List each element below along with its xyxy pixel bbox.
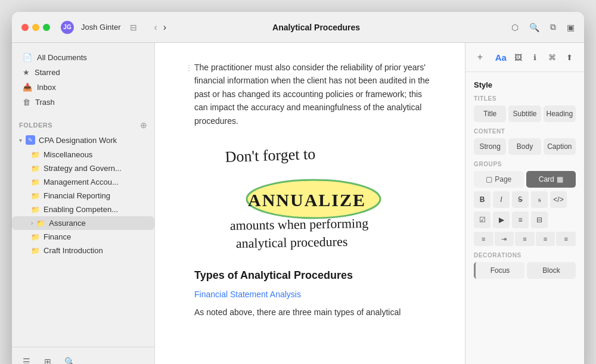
groups-label: GROUPS bbox=[474, 161, 576, 167]
underline-button[interactable]: ᵴ bbox=[531, 191, 548, 208]
folder-icon: 📁 bbox=[31, 233, 40, 241]
align-left-button[interactable]: ≡ bbox=[474, 232, 493, 246]
document-area[interactable]: ⋮⋮ The practitioner must also consider t… bbox=[155, 43, 465, 364]
inbox-icon: 📥 bbox=[23, 83, 32, 92]
app-window: JG Josh Ginter ⊟ ‹ › Analytical Procedur… bbox=[12, 12, 584, 364]
share-tool[interactable]: ⬆ bbox=[562, 49, 577, 66]
toolbar-right: ⬡ 🔍 ⧉ ▣ bbox=[511, 22, 575, 32]
command-tool[interactable]: ⌘ bbox=[545, 49, 560, 66]
section-heading: Types of Analytical Procedures bbox=[194, 269, 435, 282]
decorations-row: Focus Block bbox=[474, 262, 576, 279]
grid-view-button[interactable]: ⊞ bbox=[38, 352, 57, 364]
card-icon: ▦ bbox=[557, 175, 563, 183]
page-label: Page bbox=[495, 175, 511, 183]
list-view-button[interactable]: ☰ bbox=[17, 352, 36, 364]
all-docs-label: All Documents bbox=[37, 53, 87, 62]
financial-label: Financial Reporting bbox=[44, 191, 110, 200]
maximize-button[interactable] bbox=[43, 24, 50, 31]
inbox-label: Inbox bbox=[37, 83, 56, 92]
management-label: Management Accou... bbox=[44, 178, 119, 186]
body-button[interactable]: Body bbox=[508, 138, 541, 155]
card-button[interactable]: Card ▦ bbox=[526, 171, 576, 188]
strong-button[interactable]: Strong bbox=[474, 138, 506, 155]
titles-label: TITLES bbox=[474, 95, 576, 102]
sidebar-item-management[interactable]: 📁 Management Accou... bbox=[12, 175, 154, 189]
folder-icon: 📁 bbox=[31, 192, 40, 200]
indent-button[interactable]: ⇥ bbox=[495, 232, 514, 246]
assurance-label: Assurance bbox=[49, 219, 85, 228]
focus-button[interactable]: Focus bbox=[474, 262, 524, 279]
bold-button[interactable]: B bbox=[474, 191, 491, 208]
content-row: Strong Body Caption bbox=[474, 138, 576, 155]
svg-text:ANNUALIZE: ANNUALIZE bbox=[248, 190, 366, 210]
sidebar-item-trash[interactable]: 🗑 Trash bbox=[17, 95, 150, 110]
title-button[interactable]: Title bbox=[474, 105, 506, 122]
add-folder-button[interactable]: ⊕ bbox=[140, 120, 147, 130]
numbered-list-button[interactable]: ⊟ bbox=[531, 211, 548, 228]
sidebar-item-starred[interactable]: ★ Starred bbox=[17, 65, 150, 80]
sidebar-item-finance[interactable]: 📁 Finance bbox=[12, 230, 154, 244]
add-tool-button[interactable]: + bbox=[473, 49, 488, 66]
paragraph-1: The practitioner must also consider the … bbox=[194, 61, 435, 127]
justify-button[interactable]: ≡ bbox=[556, 232, 576, 246]
split-view-icon[interactable]: ▣ bbox=[567, 23, 575, 32]
svg-text:amounts when performing: amounts when performing bbox=[230, 216, 369, 233]
document-body: The practitioner must also consider the … bbox=[194, 61, 435, 319]
sidebar-item-misc[interactable]: 📁 Miscellaneous bbox=[12, 148, 154, 161]
main-area: 📄 All Documents ★ Starred 📥 Inbox 🗑 Tras… bbox=[12, 43, 584, 364]
star-icon: ★ bbox=[23, 68, 30, 77]
duplicate-icon[interactable]: ⧉ bbox=[550, 22, 556, 32]
avatar: JG bbox=[61, 21, 74, 34]
sidebar-top: 📄 All Documents ★ Starred 📥 Inbox 🗑 Tras… bbox=[12, 43, 154, 114]
bullet-list-button[interactable]: ≡ bbox=[512, 211, 529, 228]
folder-icon: 📁 bbox=[31, 247, 40, 255]
caption-button[interactable]: Caption bbox=[544, 138, 576, 155]
close-button[interactable] bbox=[21, 24, 29, 31]
craft-label: Craft Introduction bbox=[44, 246, 103, 255]
financial-statement-analysis-link[interactable]: Financial Statement Analysis bbox=[194, 290, 301, 299]
traffic-lights bbox=[21, 24, 50, 31]
user-name: Josh Ginter bbox=[81, 23, 120, 32]
heading-button[interactable]: Heading bbox=[544, 105, 576, 122]
starred-label: Starred bbox=[35, 68, 60, 77]
code-button[interactable]: </> bbox=[550, 191, 567, 208]
info-tool[interactable]: ℹ bbox=[527, 49, 542, 66]
sidebar-item-enabling[interactable]: 📁 Enabling Competen... bbox=[12, 203, 154, 216]
folder-icon: 📁 bbox=[31, 206, 40, 214]
sidebar-item-craft[interactable]: 📁 Craft Introduction bbox=[12, 244, 154, 257]
align-center-button[interactable]: ≡ bbox=[515, 232, 535, 246]
sidebar-item-inbox[interactable]: 📥 Inbox bbox=[17, 80, 150, 95]
page-button[interactable]: ▢ Page bbox=[474, 171, 524, 188]
decorations-label: DECORATIONS bbox=[474, 252, 576, 259]
search-button[interactable]: 🔍 bbox=[60, 352, 79, 364]
subtitle-button[interactable]: Subtitle bbox=[508, 105, 541, 122]
checkbox-button[interactable]: ☑ bbox=[474, 211, 491, 228]
sidebar-item-strategy[interactable]: 📁 Strategy and Govern... bbox=[12, 161, 154, 175]
sidebar-item-financial[interactable]: 📁 Financial Reporting bbox=[12, 189, 154, 203]
italic-button[interactable]: I bbox=[493, 191, 510, 208]
trash-icon: 🗑 bbox=[23, 98, 30, 107]
search-icon[interactable]: 🔍 bbox=[529, 23, 539, 32]
enabling-label: Enabling Competen... bbox=[44, 205, 118, 214]
minimize-button[interactable] bbox=[32, 24, 39, 31]
sidebar-item-cpa-folder[interactable]: ▾ ✎ CPA Designation Work bbox=[12, 132, 154, 148]
groups-row: ▢ Page Card ▦ bbox=[474, 171, 576, 188]
folder-icon: 📁 bbox=[31, 151, 40, 159]
strikethrough-button[interactable]: S̶ bbox=[512, 191, 529, 208]
text-format-tool[interactable]: Aa bbox=[493, 49, 508, 66]
sidebar-item-all-docs[interactable]: 📄 All Documents bbox=[17, 50, 150, 65]
right-panel: + Aa 🖼 ℹ ⌘ ⬆ Style TITLES Title Subtitle… bbox=[465, 43, 584, 364]
play-button[interactable]: ▶ bbox=[493, 211, 510, 228]
expand-icon: ▾ bbox=[19, 137, 22, 144]
folder-icon: 📁 bbox=[36, 219, 45, 228]
block-button[interactable]: Block bbox=[527, 262, 576, 279]
external-link-icon[interactable]: ⬡ bbox=[511, 23, 519, 32]
image-tool[interactable]: 🖼 bbox=[511, 49, 526, 66]
finance-label: Finance bbox=[44, 232, 71, 241]
format-row-2: ☑ ▶ ≡ ⊟ bbox=[474, 211, 576, 228]
panel-toolbar: + Aa 🖼 ℹ ⌘ ⬆ bbox=[465, 43, 584, 72]
sidebar-item-assurance[interactable]: › 📁 Assurance bbox=[12, 216, 154, 230]
card-label: Card bbox=[539, 175, 554, 183]
cpa-folder-label: CPA Designation Work bbox=[39, 136, 117, 145]
align-right-button[interactable]: ≡ bbox=[536, 232, 555, 246]
